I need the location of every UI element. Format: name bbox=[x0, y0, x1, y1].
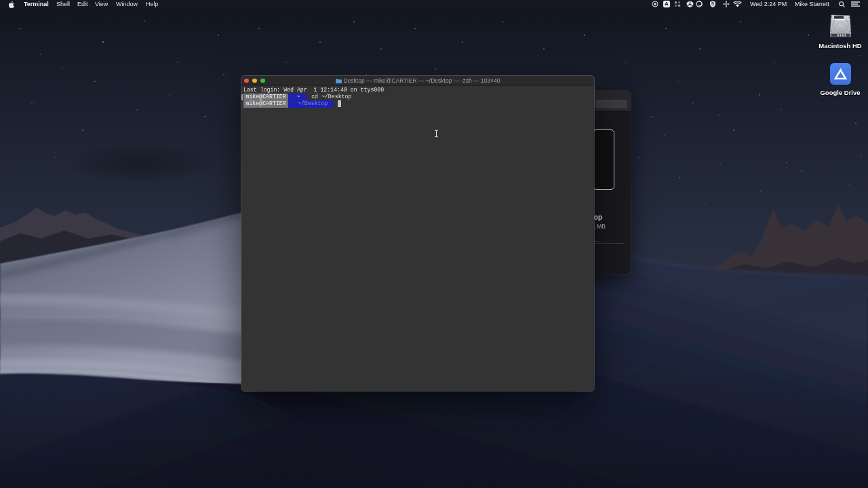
svg-text:S: S bbox=[711, 1, 715, 6]
